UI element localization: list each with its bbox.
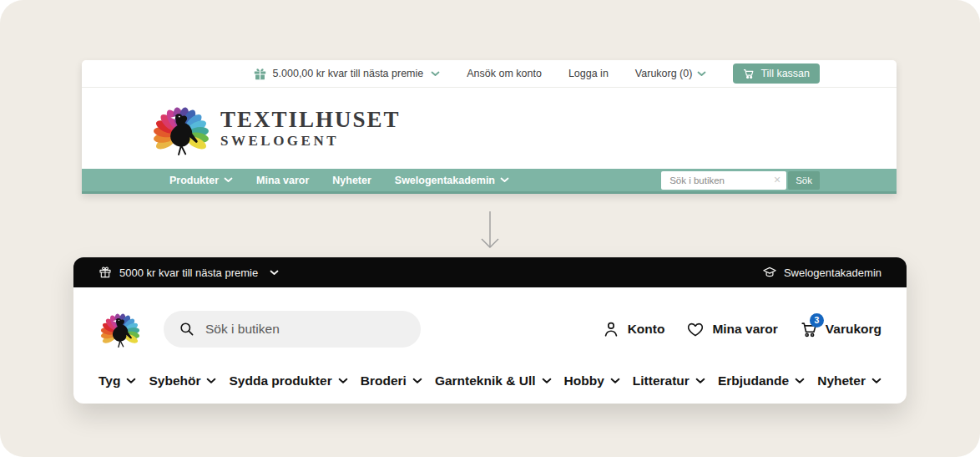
chevron-down-icon [206,378,216,384]
chevron-down-icon [412,378,422,384]
logo-title: TEXTILHUSET [220,108,401,131]
nav-label: Nyheter [332,175,371,186]
old-search-button[interactable]: Sök [788,171,820,190]
old-cart-dropdown[interactable]: Varukorg (0) [635,68,707,79]
nav-tyg[interactable]: Tyg [99,373,136,388]
chevron-down-icon [224,177,233,183]
nav-sydda-produkter[interactable]: Sydda produkter [230,373,348,388]
old-logo-text: TEXTILHUSET SWELOGENT [220,108,401,148]
nav-label: Produkter [169,175,219,186]
nav-label: Broderi [361,373,407,388]
old-site-header: 5.000,00 kr kvar till nästa premie Ansök… [82,60,897,194]
old-premie-dropdown[interactable]: 5.000,00 kr kvar till nästa premie [253,67,441,81]
nav-hobby[interactable]: Hobby [564,373,620,388]
new-search-bar[interactable] [164,311,421,348]
old-nav-mina-varor[interactable]: Mina varor [256,175,309,186]
chevron-down-icon [695,378,705,384]
new-actions: Konto Mina varor 3 [602,320,881,338]
cart-icon: 3 [800,320,818,338]
nav-label: Tyg [99,373,120,388]
old-nav-produkter[interactable]: Produkter [169,175,233,186]
old-nav-nyheter[interactable]: Nyheter [332,175,371,186]
new-premie-text: 5000 kr kvar till nästa premie [119,267,258,279]
account-label: Konto [628,322,665,337]
gift-icon [253,67,267,81]
nav-label: Garnteknik & Ull [435,373,536,388]
peacock-logo[interactable] [99,306,142,352]
cart-label: Varukorg [826,322,881,337]
chevron-down-icon [542,378,552,384]
old-navbar: Produkter Mina varor Nyheter Swelogentak… [82,169,897,194]
new-premie-dropdown[interactable]: 5000 kr kvar till nästa premie [99,266,279,279]
chevron-down-icon [500,177,509,183]
nav-garnteknik-ull[interactable]: Garnteknik & Ull [435,373,552,388]
chevron-down-icon [795,378,805,384]
heart-icon [686,320,705,338]
old-search-wrap: × [661,171,786,190]
nav-erbjudande[interactable]: Erbjudande [718,373,805,388]
nav-label: Sybehör [149,373,200,388]
nav-nyheter[interactable]: Nyheter [817,373,881,388]
new-navbar: Tyg Sybehör Sydda produkter Broderi Garn… [73,352,907,404]
nav-label: Swelogentakademin [395,175,495,186]
comparison-canvas: 5.000,00 kr kvar till nästa premie Ansök… [0,0,980,457]
old-nav-swelogentakademin[interactable]: Swelogentakademin [395,175,509,186]
cart-badge: 3 [810,313,824,328]
new-main-row: Konto Mina varor 3 [73,287,907,352]
login-link[interactable]: Logga in [568,68,609,79]
nav-label: Mina varor [256,175,309,186]
chevron-down-icon [126,378,136,384]
nav-sybehor[interactable]: Sybehör [149,373,216,388]
chevron-down-icon [610,378,620,384]
down-arrow-icon [479,211,501,254]
chevron-down-icon [697,71,706,77]
nav-label: Nyheter [817,373,866,388]
checkout-label: Till kassan [760,68,810,79]
user-icon [602,320,620,338]
new-utility-bar: 5000 kr kvar till nästa premie Swelogent… [73,257,907,287]
chevron-down-icon [270,270,279,276]
search-icon [179,321,194,337]
close-icon[interactable]: × [774,174,780,185]
chevron-down-icon [431,71,440,77]
academy-label: Swelogentakademin [784,267,881,279]
old-search-input[interactable] [661,171,786,190]
chevron-down-icon [338,378,348,384]
old-search-group: × Sök [661,171,820,190]
old-site-logo[interactable]: TEXTILHUSET SWELOGENT [150,96,401,161]
academy-link[interactable]: Swelogentakademin [762,265,881,280]
new-site-header: 5000 kr kvar till nästa premie Swelogent… [73,257,907,404]
wishlist-button[interactable]: Mina varor [686,320,777,338]
gift-icon [99,266,112,279]
nav-label: Litteratur [633,373,690,388]
chevron-down-icon [871,378,881,384]
cart-button[interactable]: 3 Varukorg [800,320,881,338]
nav-label: Sydda produkter [230,373,332,388]
nav-label: Erbjudande [718,373,789,388]
peacock-logo [150,96,212,161]
cart-icon [743,68,755,79]
new-search-input[interactable] [205,322,406,337]
nav-label: Hobby [564,373,604,388]
logo-subtitle: SWELOGENT [220,134,401,149]
nav-broderi[interactable]: Broderi [361,373,422,388]
old-nav-items: Produkter Mina varor Nyheter Swelogentak… [169,175,509,186]
old-premie-text: 5.000,00 kr kvar till nästa premie [273,68,424,79]
checkout-button[interactable]: Till kassan [733,63,820,84]
old-cart-label: Varukorg (0) [635,68,693,79]
old-logo-area: TEXTILHUSET SWELOGENT [82,88,897,169]
wishlist-label: Mina varor [712,322,777,337]
old-utility-bar: 5.000,00 kr kvar till nästa premie Ansök… [82,60,897,88]
graduation-cap-icon [762,265,777,280]
apply-account-link[interactable]: Ansök om konto [467,68,542,79]
nav-litteratur[interactable]: Litteratur [633,373,705,388]
account-button[interactable]: Konto [602,320,665,338]
